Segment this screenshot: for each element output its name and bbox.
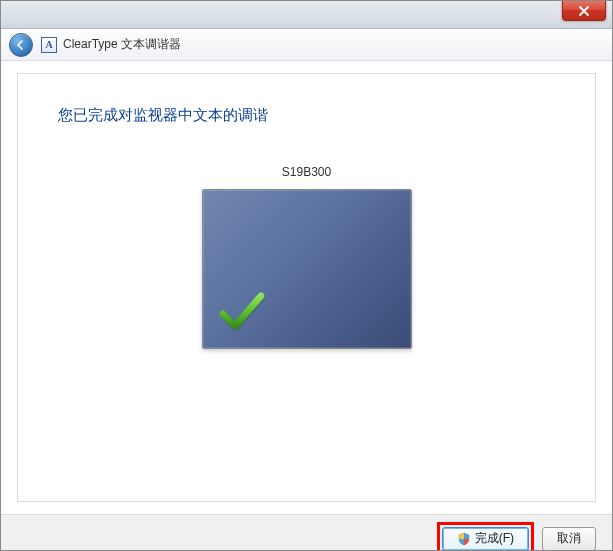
monitor-preview [202,189,412,349]
footer-bar: 完成(F) 取消 [1,514,612,551]
wizard-panel: 您已完成对监视器中文本的调谐 S19B300 [17,73,596,502]
window-titlebar [1,1,612,29]
close-icon [578,5,590,17]
page-heading: 您已完成对监视器中文本的调谐 [58,106,555,125]
app-icon: A [41,37,57,53]
finish-button[interactable]: 完成(F) [442,527,529,551]
window-title: ClearType 文本调谐器 [63,36,181,53]
shield-icon [457,532,471,546]
checkmark-icon [217,286,267,336]
back-arrow-icon [16,40,26,50]
finish-button-label: 完成(F) [475,530,514,547]
monitor-name: S19B300 [282,165,331,179]
monitor-preview-area: S19B300 [58,165,555,349]
content-area: 您已完成对监视器中文本的调谐 S19B300 [1,73,612,514]
header-bar: A ClearType 文本调谐器 [1,29,612,61]
finish-highlight: 完成(F) [437,522,534,552]
close-button[interactable] [562,1,606,21]
cancel-button[interactable]: 取消 [542,527,596,551]
cancel-button-label: 取消 [557,530,581,547]
back-button[interactable] [9,33,33,57]
